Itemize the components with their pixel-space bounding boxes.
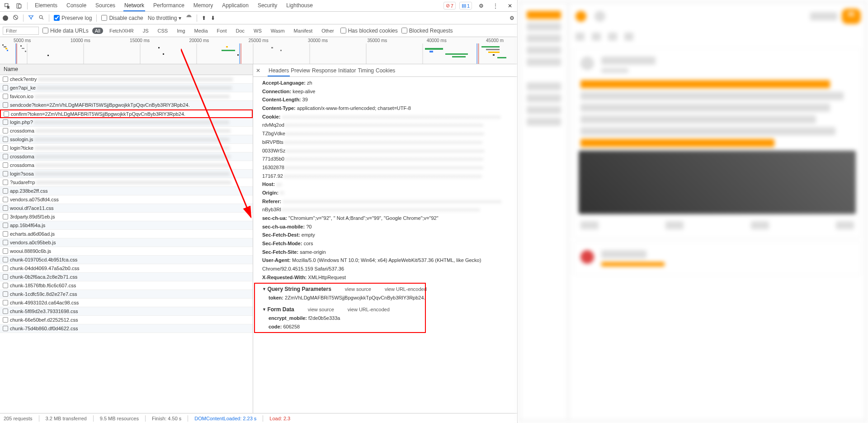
file-icon	[3, 197, 8, 202]
main-tab-performance[interactable]: Performance	[152, 0, 185, 11]
request-row[interactable]: chunk-66e50bef.d2252512.css	[0, 316, 253, 324]
request-row[interactable]: ssologin.jsxxxxxxxxxxxxxxxxxxxxxxxxxxxxx…	[0, 135, 253, 144]
request-row[interactable]: crossdomaxxxxxxxxxxxxxxxxxxxxxxxxxxxxxxx…	[0, 127, 253, 135]
detail-tab-timing[interactable]: Timing	[357, 66, 375, 76]
main-tab-application[interactable]: Application	[221, 0, 250, 11]
request-row[interactable]: login?sosaxxxxxxxxxxxxxxxxxxxxxxxxxxxxxx…	[0, 170, 253, 178]
request-row[interactable]: gen?api_kexxxxxxxxxxxxxxxxxxxxxxxxxxxxxx…	[0, 84, 253, 92]
main-tab-lighthouse[interactable]: Lighthouse	[285, 0, 314, 11]
info-badge[interactable]: ▤ 1	[459, 2, 472, 10]
filter-icon[interactable]	[28, 14, 34, 22]
request-row[interactable]: ?sudaref=pxxxxxxxxxxxxxxxxxxxxxxxxxxxxxx…	[0, 178, 253, 187]
network-settings-icon[interactable]: ⚙	[509, 15, 514, 21]
main-tab-sources[interactable]: Sources	[94, 0, 116, 11]
request-row[interactable]: check?entryxxxxxxxxxxxxxxxxxxxxxxxxxxxxx…	[0, 75, 253, 84]
request-row[interactable]: wooui.88890c6b.js	[0, 247, 253, 256]
filter-row: Hide data URLs AllFetch/XHRJSCSSImgMedia…	[0, 24, 517, 37]
network-controls: Preserve log Disable cache No throttling…	[0, 12, 517, 24]
svg-rect-31	[271, 47, 273, 48]
hide-data-urls[interactable]: Hide data URLs	[42, 28, 89, 34]
filter-chip-doc[interactable]: Doc	[233, 28, 248, 34]
detail-tab-headers[interactable]: Headers	[268, 66, 290, 76]
waterfall-overview[interactable]: 5000 ms10000 ms15000 ms20000 ms25000 ms3…	[0, 37, 517, 64]
file-icon	[3, 266, 8, 271]
blocked-requests[interactable]: Blocked Requests	[401, 28, 453, 34]
request-row[interactable]: sendcode?token=2ZmVhLDgMAFBRiT5WSjjBpgwo…	[0, 101, 253, 109]
filter-chip-all[interactable]: All	[92, 28, 103, 34]
request-detail: ✕ HeadersPreviewResponseInitiatorTimingC…	[253, 64, 517, 413]
request-row[interactable]: chunk-1cdfc59c.8d2e27e7.css	[0, 290, 253, 299]
file-icon	[3, 231, 8, 237]
detail-tab-cookies[interactable]: Cookies	[375, 66, 396, 76]
request-row[interactable]: login.php?xxxxxxxxxxxxxxxxxxxxxxxxxxxxxx…	[0, 118, 253, 127]
request-row[interactable]: crossdomaxxxxxxxxxxxxxxxxxxxxxxxxxxxxxxx…	[0, 161, 253, 170]
request-row[interactable]: confirm?token=2ZmVhLDgMAFBRiT5WSjjBpgwoj…	[0, 109, 253, 118]
main-tab-network[interactable]: Network	[123, 0, 145, 11]
request-row[interactable]: echarts.ad6d06ad.js	[0, 230, 253, 238]
request-row[interactable]: chunk-0b2f6aca.2c8e2b71.css	[0, 273, 253, 281]
detail-tab-response[interactable]: Response	[311, 66, 337, 76]
file-icon	[3, 119, 8, 125]
main-tab-security[interactable]: Security	[257, 0, 278, 11]
error-badge[interactable]: ⊘ 7	[443, 2, 456, 10]
svg-rect-39	[481, 46, 500, 48]
clear-icon[interactable]	[13, 14, 19, 22]
filter-chip-wasm[interactable]: Wasm	[268, 28, 288, 34]
search-icon[interactable]	[38, 14, 44, 22]
request-row[interactable]: chunk-18576fbb.f6c6c607.css	[0, 281, 253, 290]
main-tab-console[interactable]: Console	[66, 0, 87, 11]
request-row[interactable]: login?tickexxxxxxxxxxxxxxxxxxxxxxxxxxxxx…	[0, 144, 253, 152]
detail-tab-preview[interactable]: Preview	[290, 66, 311, 76]
filter-chip-manifest[interactable]: Manifest	[291, 28, 316, 34]
svg-rect-35	[445, 53, 468, 55]
request-row[interactable]: vendors.a0c95beb.js	[0, 238, 253, 247]
filter-chip-ws[interactable]: WS	[251, 28, 264, 34]
import-har-icon[interactable]: ⬆	[202, 15, 206, 21]
inspect-icon[interactable]	[2, 0, 13, 11]
status-bar: 205 requests 3.2 MB transferred 9.5 MB r…	[0, 413, 517, 423]
filter-chip-img[interactable]: Img	[174, 28, 188, 34]
request-row[interactable]: vendors.a075dfd4.css	[0, 195, 253, 204]
filter-chip-media[interactable]: Media	[192, 28, 211, 34]
name-column-header[interactable]: Name	[0, 64, 253, 75]
request-row[interactable]: wooui.df7ace11.css	[0, 204, 253, 213]
devtools-panel: ElementsConsoleSourcesNetworkPerformance…	[0, 0, 518, 423]
request-row[interactable]: app.238be2ff.css	[0, 187, 253, 195]
main-tab-elements[interactable]: Elements	[34, 0, 58, 11]
request-row[interactable]: favicon.icoxxxxxxxxxxxxxxxxxxxxxxxxxxxxx…	[0, 92, 253, 101]
request-row[interactable]: crossdomaxxxxxxxxxxxxxxxxxxxxxxxxxxxxxxx…	[0, 152, 253, 161]
preserve-log-checkbox[interactable]: Preserve log	[54, 15, 92, 21]
main-tab-memory[interactable]: Memory	[193, 0, 214, 11]
disable-cache-checkbox[interactable]: Disable cache	[101, 15, 143, 21]
request-row[interactable]: chunk-75d4b860.df0d4622.css	[0, 324, 253, 333]
svg-rect-33	[425, 48, 443, 50]
filter-chip-js[interactable]: JS	[140, 28, 151, 34]
request-row[interactable]: app.16b4f64a.js	[0, 221, 253, 230]
more-icon[interactable]: ⋮	[490, 0, 501, 11]
network-conditions-icon[interactable]	[186, 14, 192, 22]
request-row[interactable]: chunk-5f89d2e3.79331698.css	[0, 307, 253, 316]
file-icon	[3, 223, 8, 228]
status-transferred: 3.2 MB transferred	[46, 416, 87, 421]
throttling-select[interactable]: No throttling ▾	[148, 15, 181, 21]
request-row[interactable]: chunk-04dd4069.47a5a2b0.css	[0, 264, 253, 273]
filter-chip-css[interactable]: CSS	[155, 28, 171, 34]
device-toggle-icon[interactable]	[14, 0, 24, 11]
request-row[interactable]: chunk-4993102d.ca64ac98.css	[0, 299, 253, 307]
request-row[interactable]: 3rdparty.89d5f1eb.js	[0, 213, 253, 221]
filter-chip-font[interactable]: Font	[214, 28, 230, 34]
has-blocked-cookies[interactable]: Has blocked cookies	[340, 28, 398, 34]
export-har-icon[interactable]: ⬇	[211, 15, 215, 21]
file-icon	[3, 291, 8, 297]
file-icon	[3, 128, 8, 133]
settings-icon[interactable]: ⚙	[476, 0, 486, 11]
filter-chip-other[interactable]: Other	[319, 28, 337, 34]
request-row[interactable]: chunk-019705cd.4b951fca.css	[0, 256, 253, 264]
close-detail-icon[interactable]: ✕	[256, 67, 260, 74]
file-icon	[3, 162, 8, 168]
filter-input[interactable]	[3, 27, 39, 35]
filter-chip-fetchxhr[interactable]: Fetch/XHR	[107, 28, 137, 34]
record-button[interactable]	[3, 15, 8, 21]
close-devtools-icon[interactable]: ✕	[505, 0, 515, 11]
detail-tab-initiator[interactable]: Initiator	[337, 66, 357, 76]
